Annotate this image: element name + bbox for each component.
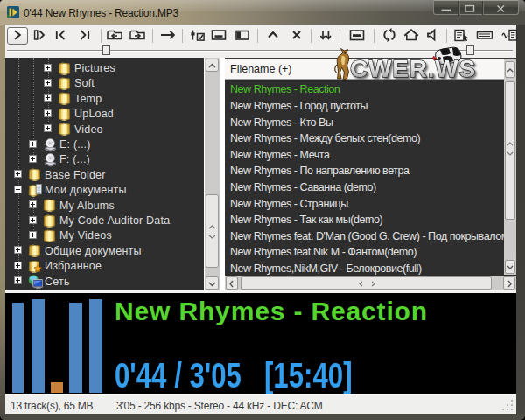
svg-text:CWER.WS: CWER.WS — [350, 55, 476, 82]
